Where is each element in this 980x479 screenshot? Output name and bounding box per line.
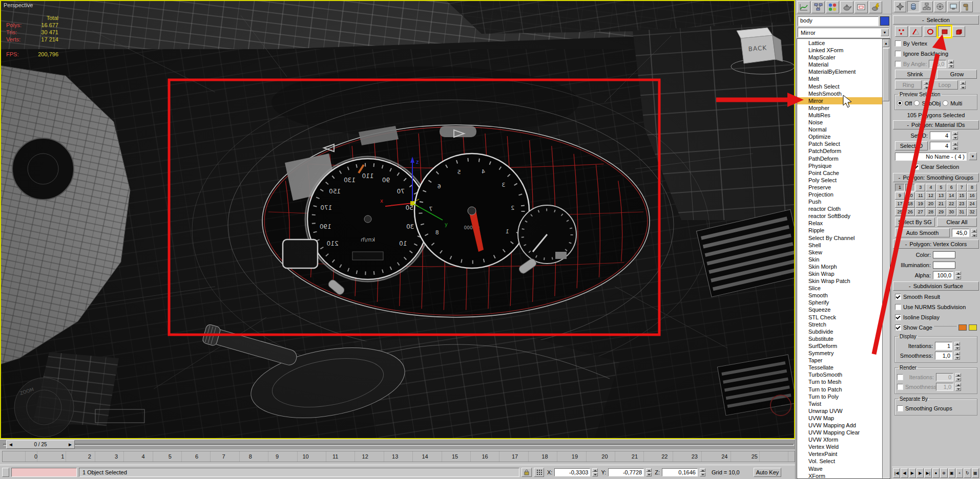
modifier-list-item[interactable]: Optimize: [797, 133, 890, 140]
ignore-backfacing-checkbox[interactable]: [895, 51, 901, 57]
x-spinner[interactable]: [592, 468, 598, 476]
smoothing-group-button[interactable]: 16: [967, 192, 977, 200]
time-slider-bar[interactable]: ◄ 0 / 25 ►: [0, 439, 797, 449]
motion-tab-icon[interactable]: [934, 1, 946, 12]
previous-frame-button[interactable]: ◀: [901, 468, 908, 478]
smoothing-group-button[interactable]: 4: [926, 184, 935, 191]
modify-tab-icon[interactable]: [907, 1, 920, 12]
set-id-field[interactable]: 4: [930, 132, 950, 140]
maxscript-mini-listener[interactable]: [11, 468, 77, 477]
modifier-list-item[interactable]: Lattice: [797, 39, 890, 47]
shrink-button[interactable]: Shrink: [895, 70, 935, 79]
utilities-tab-icon[interactable]: [961, 1, 973, 12]
cage-selected-color-swatch[interactable]: [969, 324, 977, 331]
smoothing-group-button[interactable]: 25: [895, 208, 905, 216]
track-bar[interactable]: 0123456789101112131415161718192021222324…: [0, 449, 797, 465]
smoothing-group-button[interactable]: 22: [947, 200, 956, 208]
smoothing-group-button[interactable]: 24: [967, 200, 977, 208]
modifier-list-item[interactable]: Smooth: [797, 292, 890, 299]
viewport-label[interactable]: Perspective: [4, 2, 33, 8]
time-slider-button[interactable]: ◄ 0 / 25 ►: [6, 440, 75, 449]
material-editor-icon[interactable]: [826, 1, 839, 13]
quick-render-icon[interactable]: [869, 1, 882, 13]
modifier-list-item[interactable]: Noise: [797, 119, 890, 126]
modifier-list-item[interactable]: Spherify: [797, 299, 890, 306]
modifier-list-item[interactable]: Skin: [797, 256, 890, 263]
loop-spinner[interactable]: [960, 81, 966, 89]
modifier-list-item[interactable]: Stretch: [797, 321, 890, 328]
modifier-list-item[interactable]: reactor SoftBody: [797, 212, 890, 220]
iterations-field[interactable]: 1: [935, 342, 952, 350]
pan-tool[interactable]: +: [956, 468, 963, 478]
by-vertex-checkbox[interactable]: [895, 40, 901, 47]
modifier-list-item[interactable]: Subdivide: [797, 328, 890, 335]
material-ids-rollout-header[interactable]: - Polygon: Material IDs: [893, 120, 979, 129]
smoothing-group-button[interactable]: 12: [926, 192, 935, 200]
modifier-list-item[interactable]: Poly Select: [797, 177, 890, 184]
modifier-list-item[interactable]: Select By Channel: [797, 234, 890, 242]
selection-lock-toggle[interactable]: [522, 468, 532, 477]
loop-button[interactable]: Loop: [931, 80, 958, 90]
smoothing-group-button[interactable]: 3: [915, 184, 925, 191]
smoothing-group-button[interactable]: 28: [926, 208, 935, 216]
material-name-dropdown[interactable]: No Name - ( 4 ): [895, 153, 967, 161]
render-type-icon[interactable]: [854, 1, 868, 13]
render-smoothness-spinner[interactable]: [955, 383, 961, 391]
key-mode-toggle[interactable]: ●: [932, 468, 940, 478]
modifier-list-item[interactable]: Taper: [797, 357, 890, 364]
smoothing-group-button[interactable]: 26: [905, 208, 915, 216]
modifier-list-item[interactable]: Skew: [797, 249, 890, 256]
smoothing-group-button[interactable]: 6: [947, 184, 956, 191]
modifier-list-item[interactable]: Unwrap UVW: [797, 407, 890, 415]
border-subobject-button[interactable]: [924, 26, 936, 37]
modifier-list-item[interactable]: Patch Select: [797, 140, 890, 147]
preview-subobj-radio[interactable]: [914, 100, 920, 106]
schematic-view-icon[interactable]: [811, 1, 825, 13]
set-id-spinner[interactable]: [952, 132, 958, 140]
render-smoothness-checkbox[interactable]: [897, 384, 903, 390]
modifier-list-item[interactable]: Skin Wrap Patch: [797, 277, 890, 285]
y-spinner[interactable]: [646, 468, 652, 476]
object-name-field[interactable]: body: [798, 16, 879, 26]
modifier-list-item[interactable]: Physique: [797, 162, 890, 169]
modifier-list-item[interactable]: Turn to Mesh: [797, 378, 890, 385]
smoothness-field[interactable]: 1,0: [935, 352, 952, 360]
render-iterations-spinner[interactable]: [955, 373, 961, 381]
modifier-list-item[interactable]: MapScaler: [797, 54, 890, 61]
modifier-list-item[interactable]: PathDeform: [797, 155, 890, 162]
auto-smooth-button[interactable]: Auto Smooth: [895, 228, 950, 237]
modifier-list-item[interactable]: MultiRes: [797, 112, 890, 119]
modifier-list-item[interactable]: Preserve: [797, 184, 890, 191]
smoothing-group-button[interactable]: 18: [905, 200, 915, 208]
smoothing-group-button[interactable]: 21: [936, 200, 946, 208]
modifier-list-item[interactable]: Point Cache: [797, 169, 890, 177]
modifier-list-item[interactable]: UVW Xform: [797, 436, 890, 443]
clear-all-button[interactable]: Clear All: [937, 217, 977, 227]
smoothing-group-button[interactable]: 11: [915, 192, 925, 200]
subdivision-surface-rollout-header[interactable]: - Subdivision Surface: [893, 281, 979, 291]
track-bar-ruler[interactable]: 0123456789101112131415161718192021222324…: [2, 451, 795, 462]
material-name-dropdown-arrow-icon[interactable]: ▼: [969, 153, 977, 160]
modifier-list-item[interactable]: Relax: [797, 220, 890, 227]
render-setup-icon[interactable]: [840, 1, 853, 13]
smoothing-group-button[interactable]: 15: [957, 192, 967, 200]
frame-forward-arrow-icon[interactable]: ►: [68, 442, 73, 447]
modifier-list-item[interactable]: Melt: [797, 75, 890, 82]
y-coordinate-field[interactable]: -0,7728: [608, 468, 644, 476]
smoothing-group-button[interactable]: 30: [947, 208, 956, 216]
auto-smooth-spinner[interactable]: [971, 229, 977, 237]
element-subobject-button[interactable]: [952, 26, 965, 37]
next-frame-button[interactable]: ▶: [916, 468, 924, 478]
modifier-list-item[interactable]: Twist: [797, 400, 890, 407]
modifier-list-item[interactable]: Linked XForm: [797, 47, 890, 54]
go-to-end-button[interactable]: ▶|: [924, 468, 931, 478]
use-nurms-checkbox[interactable]: [895, 304, 901, 310]
modifier-list-item[interactable]: Projection: [797, 191, 890, 198]
z-spinner[interactable]: [700, 468, 705, 476]
modifier-list-combobox[interactable]: Mirror ▼: [798, 28, 889, 37]
ring-spinner[interactable]: [924, 81, 929, 89]
edge-subobject-button[interactable]: [909, 26, 922, 37]
smoothing-group-button[interactable]: 8: [967, 184, 977, 191]
alpha-field[interactable]: 100,0: [933, 271, 953, 279]
by-angle-field[interactable]: 45,0: [929, 60, 946, 68]
